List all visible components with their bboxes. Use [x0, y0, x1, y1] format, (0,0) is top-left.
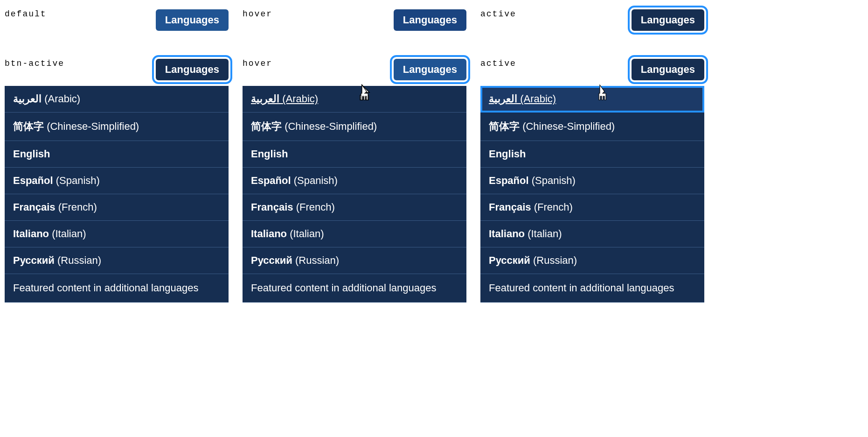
language-option-italian[interactable]: Italiano (Italian) [243, 221, 466, 247]
row-top: default Languages hover Languages active… [5, 9, 723, 31]
language-option-italian[interactable]: Italiano (Italian) [480, 221, 704, 247]
languages-button[interactable]: Languages [156, 9, 229, 31]
cell-default: default Languages [5, 9, 229, 31]
row-bottom: btn-active Languages العربية (Arabic) 简体… [5, 59, 723, 303]
language-option-spanish[interactable]: Español (Spanish) [480, 168, 704, 194]
language-option-spanish[interactable]: Español (Spanish) [5, 168, 229, 194]
language-option-spanish[interactable]: Español (Spanish) [243, 168, 466, 194]
cell-btn-active-default: btn-active Languages العربية (Arabic) 简体… [5, 59, 229, 303]
language-option-french[interactable]: Français (French) [480, 194, 704, 221]
language-option-english[interactable]: English [480, 141, 704, 168]
states-container: default Languages hover Languages active… [5, 9, 723, 303]
language-option-chinese[interactable]: 简体字 (Chinese-Simplified) [480, 113, 704, 141]
language-option-russian[interactable]: Русский (Russian) [243, 247, 466, 274]
language-option-arabic[interactable]: العربية (Arabic) [5, 86, 229, 113]
language-option-featured[interactable]: Featured content in additional languages [480, 274, 704, 303]
languages-button[interactable]: Languages [632, 59, 704, 80]
cell-btn-active-active: active Languages العربية (Arabic) 简体字 (C… [480, 59, 704, 303]
language-option-arabic[interactable]: العربية (Arabic) [480, 86, 704, 113]
language-option-french[interactable]: Français (French) [243, 194, 466, 221]
languages-dropdown: العربية (Arabic) 简体字 (Chinese-Simplified… [5, 86, 229, 303]
languages-dropdown: العربية (Arabic) 简体字 (Chinese-Simplified… [480, 86, 704, 303]
language-option-chinese[interactable]: 简体字 (Chinese-Simplified) [243, 113, 466, 141]
language-option-chinese[interactable]: 简体字 (Chinese-Simplified) [5, 113, 229, 141]
language-option-russian[interactable]: Русский (Russian) [5, 247, 229, 274]
language-option-english[interactable]: English [5, 141, 229, 168]
pointer-cursor-icon [595, 84, 610, 102]
languages-button[interactable]: Languages [632, 9, 704, 31]
language-option-arabic[interactable]: العربية (Arabic) [243, 86, 466, 113]
language-option-french[interactable]: Français (French) [5, 194, 229, 221]
language-option-english[interactable]: English [243, 141, 466, 168]
cell-btn-active-hover: hover Languages العربية (Arabic) 简体字 (Ch… [243, 59, 466, 303]
language-option-featured[interactable]: Featured content in additional languages [5, 274, 229, 303]
languages-button[interactable]: Languages [394, 59, 466, 80]
cell-hover: hover Languages [243, 9, 466, 31]
languages-button[interactable]: Languages [394, 9, 466, 31]
languages-button[interactable]: Languages [156, 59, 229, 80]
language-option-featured[interactable]: Featured content in additional languages [243, 274, 466, 303]
languages-dropdown: العربية (Arabic) 简体字 (Chinese-Simplified… [243, 86, 466, 303]
cell-active: active Languages [480, 9, 704, 31]
language-option-italian[interactable]: Italiano (Italian) [5, 221, 229, 247]
language-option-russian[interactable]: Русский (Russian) [480, 247, 704, 274]
pointer-cursor-icon [357, 84, 372, 102]
